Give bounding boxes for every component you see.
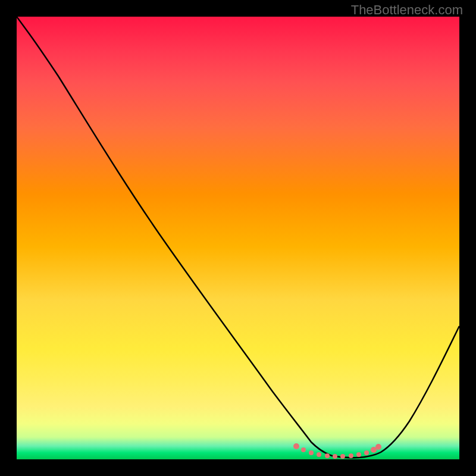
svg-point-2 [309,450,314,455]
svg-point-5 [333,454,337,459]
svg-point-8 [356,452,361,457]
watermark-text: TheBottleneck.com [351,2,463,18]
bottleneck-curve [17,17,459,458]
svg-point-11 [375,444,381,450]
svg-point-7 [349,453,353,458]
svg-point-1 [301,447,306,452]
svg-point-0 [293,443,299,449]
chart-svg [17,17,459,459]
svg-point-3 [317,452,321,457]
plot-area [17,17,459,459]
svg-point-9 [364,450,369,455]
svg-point-6 [340,454,345,459]
svg-point-4 [325,453,330,458]
